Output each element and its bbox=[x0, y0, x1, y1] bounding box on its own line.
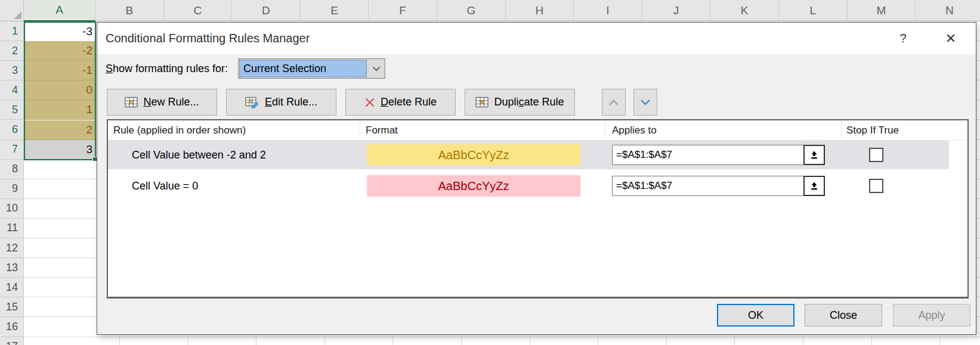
cell-A4[interactable]: 0 bbox=[24, 80, 95, 100]
column-header-G[interactable]: G bbox=[437, 0, 506, 21]
column-header-A[interactable]: A bbox=[24, 0, 95, 21]
delete-rule-label: Delete Rule bbox=[381, 96, 437, 108]
row-header-3[interactable]: 3 bbox=[0, 61, 23, 80]
table-new-icon bbox=[125, 97, 138, 108]
rules-toolbar: New Rule... Edit Rule... Delete Rule bbox=[107, 89, 657, 116]
row-header-13[interactable]: 13 bbox=[0, 258, 23, 278]
column-header-format: Format bbox=[360, 120, 605, 141]
row-header-16[interactable]: 16 bbox=[0, 317, 23, 337]
dialog-titlebar[interactable]: Conditional Formatting Rules Manager bbox=[97, 23, 976, 54]
row-header-1[interactable]: 1 bbox=[0, 21, 23, 41]
row-headers: 1234567891011121314151617 bbox=[0, 21, 24, 345]
column-header-E[interactable]: E bbox=[301, 0, 369, 21]
move-rule-up-button[interactable] bbox=[602, 89, 626, 116]
duplicate-rule-button[interactable]: Duplicate Rule bbox=[465, 89, 575, 116]
table-edit-icon bbox=[245, 97, 259, 108]
chevron-down-icon bbox=[372, 66, 381, 72]
collapse-dialog-button[interactable] bbox=[803, 176, 825, 196]
column-header-I[interactable]: I bbox=[574, 0, 642, 21]
row-header-14[interactable]: 14 bbox=[0, 278, 23, 297]
column-header-applies-to: Applies to bbox=[605, 120, 842, 141]
select-all-corner[interactable] bbox=[0, 0, 24, 21]
row-header-15[interactable]: 15 bbox=[0, 297, 23, 317]
delete-x-icon bbox=[364, 97, 375, 108]
cell-A1[interactable]: -3 bbox=[24, 21, 95, 41]
column-header-K[interactable]: K bbox=[710, 0, 779, 21]
row-header-17[interactable]: 17 bbox=[0, 337, 23, 345]
column-header-N[interactable]: N bbox=[916, 0, 980, 21]
row-header-8[interactable]: 8 bbox=[0, 160, 23, 179]
chevron-up-icon bbox=[608, 99, 619, 106]
show-rules-label: Show formatting rules for: bbox=[106, 58, 228, 79]
column-header-rule: Rule (applied in order shown) bbox=[108, 120, 360, 141]
row-header-10[interactable]: 10 bbox=[0, 199, 23, 219]
column-headers: ABCDEFGHIJKLMN bbox=[0, 0, 980, 21]
applies-to-input[interactable] bbox=[612, 176, 804, 196]
row-header-5[interactable]: 5 bbox=[0, 100, 23, 120]
close-icon: ✕ bbox=[945, 31, 956, 46]
cell-A7[interactable]: 3 bbox=[24, 140, 95, 160]
show-rules-dropdown[interactable]: Current Selection bbox=[238, 58, 385, 79]
rule-description: Cell Value between -2 and 2 bbox=[132, 141, 266, 169]
new-rule-label: New Rule... bbox=[143, 96, 199, 108]
row-header-6[interactable]: 6 bbox=[0, 120, 23, 139]
dropdown-arrow-button[interactable] bbox=[367, 59, 385, 78]
table-duplicate-icon bbox=[475, 97, 489, 108]
excel-screen: ABCDEFGHIJKLMN 1234567891011121314151617… bbox=[0, 0, 980, 345]
column-header-F[interactable]: F bbox=[369, 0, 437, 21]
column-header-L[interactable]: L bbox=[779, 0, 848, 21]
column-header-J[interactable]: J bbox=[642, 0, 711, 21]
row-header-2[interactable]: 2 bbox=[0, 41, 23, 61]
stop-if-true-checkbox[interactable] bbox=[869, 179, 883, 193]
column-header-C[interactable]: C bbox=[164, 0, 233, 21]
applies-to-input[interactable] bbox=[612, 145, 804, 165]
column-header-D[interactable]: D bbox=[232, 0, 301, 21]
row-header-9[interactable]: 9 bbox=[0, 179, 23, 199]
rules-list-header: Rule (applied in order shown) Format App… bbox=[108, 120, 967, 141]
cell-A3[interactable]: -1 bbox=[24, 61, 95, 80]
row-header-7[interactable]: 7 bbox=[0, 140, 23, 160]
rules-list: Rule (applied in order shown) Format App… bbox=[107, 119, 969, 299]
edit-rule-label: Edit Rule... bbox=[265, 96, 317, 108]
collapse-dialog-button[interactable] bbox=[803, 145, 825, 165]
edit-rule-button[interactable]: Edit Rule... bbox=[226, 89, 336, 116]
help-icon: ? bbox=[899, 32, 906, 45]
column-header-H[interactable]: H bbox=[506, 0, 574, 21]
format-preview: AaBbCcYyZz bbox=[367, 144, 580, 166]
rule-row-1[interactable]: Cell Value between -2 and 2 AaBbCcYyZz bbox=[108, 141, 949, 169]
help-button[interactable]: ? bbox=[894, 23, 912, 54]
row-header-11[interactable]: 11 bbox=[0, 219, 23, 238]
chevron-down-icon bbox=[640, 99, 651, 106]
cell-A5[interactable]: 1 bbox=[24, 100, 95, 120]
stop-if-true-checkbox[interactable] bbox=[869, 148, 883, 162]
column-header-stop-if-true: Stop If True bbox=[842, 120, 950, 141]
conditional-formatting-rules-manager-dialog: Conditional Formatting Rules Manager ? ✕… bbox=[97, 22, 976, 335]
format-preview: AaBbCcYyZz bbox=[367, 175, 580, 197]
apply-button: Apply bbox=[893, 304, 970, 327]
duplicate-rule-label: Duplicate Rule bbox=[494, 96, 564, 108]
column-header-B[interactable]: B bbox=[95, 0, 164, 21]
range-select-arrow-icon bbox=[809, 181, 819, 191]
ok-button[interactable]: OK bbox=[717, 304, 794, 327]
close-button[interactable]: Close bbox=[805, 304, 882, 327]
cell-A2[interactable]: -2 bbox=[24, 41, 95, 61]
dropdown-selected-value: Current Selection bbox=[239, 60, 367, 77]
rule-row-2[interactable]: Cell Value = 0 AaBbCcYyZz bbox=[108, 172, 949, 200]
move-rule-down-button[interactable] bbox=[633, 89, 657, 116]
new-rule-button[interactable]: New Rule... bbox=[107, 89, 217, 116]
cell-A6[interactable]: 2 bbox=[24, 120, 95, 140]
delete-rule-button[interactable]: Delete Rule bbox=[345, 89, 456, 116]
range-select-arrow-icon bbox=[809, 150, 819, 160]
dialog-close-button[interactable]: ✕ bbox=[940, 23, 962, 54]
rule-description: Cell Value = 0 bbox=[132, 172, 198, 200]
dialog-title: Conditional Formatting Rules Manager bbox=[106, 32, 310, 45]
row-header-12[interactable]: 12 bbox=[0, 238, 23, 258]
column-header-M[interactable]: M bbox=[848, 0, 916, 21]
row-header-4[interactable]: 4 bbox=[0, 80, 23, 100]
